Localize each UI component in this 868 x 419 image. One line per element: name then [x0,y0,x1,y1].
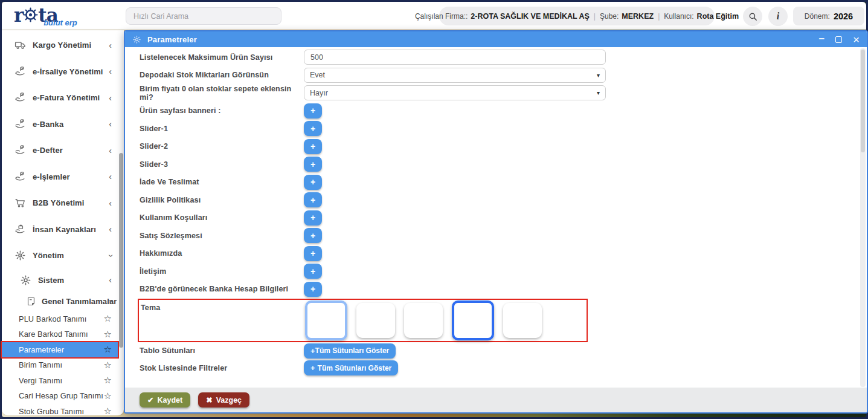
theme-swatch-teal[interactable] [404,303,443,338]
sidebar-item-right-glyph[interactable]: ‹ [106,300,115,303]
chevron-down-icon: ▾ [597,89,600,96]
param-row-b2b-banka-hesap-bilgileri: B2B'de görünecek Banka Hesap Bilgileri + [140,281,860,299]
sidebar-item-label: Kargo Yönetimi [33,41,91,50]
add-content-button[interactable]: + [304,139,322,154]
theme-swatch-maroon[interactable] [452,300,494,340]
param-row-stock-visible: Depodaki Stok Miktarları Görünsün Evet ▾ [140,67,860,85]
field-label: Tablo Sütunları [140,346,304,355]
maximize-button[interactable] [835,36,842,43]
period-value: 2026 [834,11,853,21]
app-logo: r ta bulut erp [14,4,58,26]
sidebar-item-yonetim[interactable]: Yönetim ‹ [2,242,118,269]
sidebar-item-parametreler[interactable]: Parametreler ☆ [2,342,118,358]
field-label: İade Ve Teslimat [140,178,304,186]
sidebar-item-right-glyph[interactable]: ☆ [104,391,112,401]
icon-hand-leaf [14,92,26,103]
theme-swatch-red[interactable] [503,303,542,338]
max-products-input[interactable] [304,50,606,65]
theme-label: Tema [141,300,305,341]
sidebar-item-label: İnsan Kaynakları [33,225,96,234]
info-icon: i [777,11,779,22]
sidebar-item-label: Birim Tanımı [19,360,62,369]
sidebar-item-right-glyph[interactable]: ‹ [109,67,112,76]
add-content-button[interactable]: + [304,246,322,261]
sidebar-item-right-glyph[interactable]: ‹ [106,254,115,257]
sidebar-item-e-islemler[interactable]: e-İşlemler ‹ [2,164,118,190]
sidebar-item-sistem[interactable]: Sistem ‹ [2,269,118,291]
icon-hand-leaf [14,66,26,77]
sidebar-item-right-glyph[interactable]: ‹ [109,198,112,208]
add-content-button[interactable]: + [304,192,322,207]
cancel-button[interactable]: ✖ Vazgeç [198,392,249,408]
add-content-button[interactable]: + [304,121,322,136]
sidebar-item-birim-tanimi[interactable]: Birim Tanımı ☆ [2,357,118,373]
param-row-slider-3: Slider-3 + [140,155,860,174]
sidebar-item-b2b-yonetimi[interactable]: B2B Yönetimi ‹ [2,190,118,216]
period-selector[interactable]: Dönem: 2026 [793,7,864,25]
sidebar-item-vergi-tanimi[interactable]: Vergi Tanımı ☆ [2,373,118,389]
add-content-button[interactable]: + [304,175,322,190]
sidebar-item-right-glyph[interactable]: ☆ [104,406,112,417]
select-value: Evet [310,71,325,79]
sidebar-item-label: e-İşlemler [33,172,70,181]
sidebar-item-label: PLU Barkod Tanımı [19,314,86,323]
quick-search-input[interactable] [126,7,281,25]
field-label: Stok Listesinde Filtreler [140,364,304,372]
sidebar-item-e-irsaliye-yonetimi[interactable]: e-İrsaliye Yönetimi ‹ [2,59,118,85]
sidebar-item-right-glyph[interactable]: ☆ [104,329,112,340]
sidebar-item-kargo-yonetimi[interactable]: Kargo Yönetimi ‹ [2,32,118,59]
theme-swatch-olive[interactable] [356,303,395,338]
sidebar-item-right-glyph[interactable]: ‹ [109,224,112,234]
plus-icon: + [310,346,315,356]
plus-icon: + [310,363,315,372]
sidebar-item-e-defter[interactable]: e-Defter ‹ [2,137,118,164]
window-controls: – × [818,34,860,45]
sidebar-item-right-glyph[interactable]: ‹ [109,275,112,285]
add-content-button[interactable]: + [304,264,322,279]
sidebar-item-right-glyph[interactable]: ‹ [109,41,112,50]
show-all-filters-button[interactable]: + Tüm Sütunları Göster [304,360,398,375]
sidebar-item-label: e-Fatura Yönetimi [33,93,100,102]
user-label: Kullanıcı: [664,12,693,21]
add-content-button[interactable]: + [304,282,322,297]
sidebar-item-stok-grubu-tanimi[interactable]: Stok Grubu Tanımı ☆ [2,404,118,419]
add-content-button[interactable]: + [304,228,322,243]
sidebar-item-right-glyph[interactable]: ☆ [104,375,112,386]
modal-scrollbar[interactable] [860,48,866,387]
param-row-kullanim-kosullari: Kullanım Koşulları + [140,209,860,227]
modal-scrollbar-thumb[interactable] [861,50,865,152]
zero-price-select[interactable]: Hayır ▾ [304,85,606,100]
sidebar-item-right-glyph[interactable]: ☆ [104,360,112,371]
field-label: Gizlilik Politikası [140,196,304,204]
theme-swatch-navy[interactable] [305,300,347,340]
add-content-button[interactable]: + [304,103,322,119]
close-button[interactable]: × [853,34,860,45]
add-content-button[interactable]: + [304,157,322,172]
field-label: Slider-1 [140,125,304,133]
sidebar-item-right-glyph[interactable]: ☆ [104,344,112,355]
minimize-button[interactable]: – [818,33,824,44]
ship-helm-icon [22,7,39,25]
sidebar-item-e-banka[interactable]: e-Banka ‹ [2,111,118,138]
select-value: Hayır [310,89,328,97]
sidebar-scrollbar[interactable] [119,153,123,348]
sidebar-item-kare-barkod-tanimi[interactable]: Kare Barkod Tanımı ☆ [2,326,118,342]
save-button[interactable]: ✔ Kaydet [140,392,190,408]
sidebar-item-right-glyph[interactable]: ‹ [109,146,112,155]
sidebar-item-right-glyph[interactable]: ‹ [109,93,112,103]
stock-visible-select[interactable]: Evet ▾ [304,68,606,83]
search-button[interactable] [743,7,762,26]
sidebar-item-right-glyph[interactable]: ‹ [109,172,112,181]
add-content-button[interactable]: + [304,210,322,226]
sidebar-item-plu-barkod-tanimi[interactable]: PLU Barkod Tanımı ☆ [2,311,118,327]
sidebar-item-right-glyph[interactable]: ‹ [109,119,112,129]
sidebar-item-cari-hesap-grup-tanimi[interactable]: Cari Hesap Grup Tanımı ☆ [2,388,118,404]
icon-hand-case [14,224,26,235]
sidebar-item-e-fatura-yonetimi[interactable]: e-Fatura Yönetimi ‹ [2,85,118,111]
company-label: Çalışılan Firma:: [415,12,468,21]
info-button[interactable]: i [768,7,788,26]
show-all-columns-button[interactable]: + Tüm Sütunları Göster [304,343,396,359]
sidebar-item-insan-kaynaklari[interactable]: İnsan Kaynakları ‹ [2,216,118,243]
sidebar-item-right-glyph[interactable]: ☆ [104,313,112,324]
sidebar-item-genel-tanimlamalar[interactable]: Genel Tanımlamalar ‹ [2,291,118,311]
